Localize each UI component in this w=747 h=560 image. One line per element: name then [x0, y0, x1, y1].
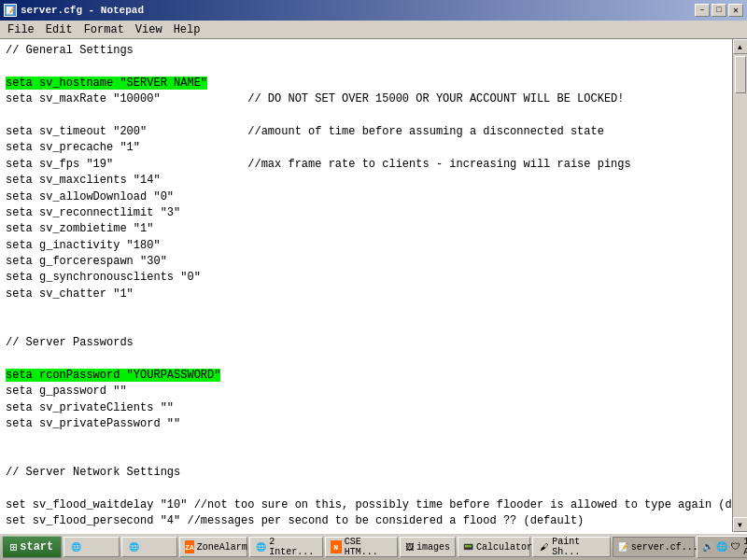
- taskbar-items: 🌐 🌐 ZA ZoneAlarm 🌐 2 Inter... N CSE HTM.…: [63, 537, 695, 557]
- window-controls[interactable]: – □ ✕: [695, 4, 743, 17]
- scroll-track[interactable]: [733, 54, 748, 517]
- titlebar: 📝 server.cfg - Notepad – □ ✕: [0, 0, 747, 21]
- vertical-scrollbar[interactable]: ▲ ▼: [732, 39, 747, 532]
- ie-icon-1: 🌐: [69, 540, 82, 553]
- start-icon: ⊞: [10, 540, 17, 554]
- scroll-down-button[interactable]: ▼: [733, 517, 748, 532]
- menu-file[interactable]: File: [2, 21, 40, 38]
- menu-help[interactable]: Help: [168, 21, 206, 38]
- cse-icon: N: [331, 540, 342, 553]
- taskbar-item-paint[interactable]: 🖌 Paint Sh...: [532, 537, 610, 557]
- scroll-up-button[interactable]: ▲: [733, 39, 748, 54]
- zonealarm-label: ZoneAlarm: [197, 542, 247, 553]
- paint-label: Paint Sh...: [552, 537, 604, 557]
- ie-icon-2: 🌐: [127, 540, 140, 553]
- taskbar-item-ie2[interactable]: 🌐: [121, 537, 177, 557]
- taskbar-item-zonealarm[interactable]: ZA ZoneAlarm: [179, 537, 247, 557]
- window-title: server.cfg - Notepad: [21, 5, 144, 16]
- start-button[interactable]: ⊞ start: [2, 536, 62, 558]
- editor-content[interactable]: // General Settings seta sv_hostname "SE…: [0, 39, 732, 532]
- menu-edit[interactable]: Edit: [40, 21, 78, 38]
- notepad-label: server.cf...: [631, 542, 698, 553]
- internet-label: 2 Inter...: [269, 537, 317, 557]
- titlebar-left: 📝 server.cfg - Notepad: [4, 4, 144, 17]
- taskbar-item-internet[interactable]: 🌐 2 Inter...: [249, 537, 322, 557]
- system-tray: 🔊 🌐 🛡 10:01 AM: [697, 536, 747, 558]
- notepad-taskbar-icon: 📝: [618, 540, 628, 553]
- minimize-button[interactable]: –: [695, 4, 710, 17]
- network-icon: 🌐: [715, 539, 727, 554]
- taskbar-item-images[interactable]: 🖼 images: [400, 537, 456, 557]
- maximize-button[interactable]: □: [712, 4, 726, 17]
- internet-icon: 🌐: [255, 540, 266, 553]
- taskbar-item-notepad[interactable]: 📝 server.cf...: [613, 537, 696, 557]
- taskbar-item-calculator[interactable]: 📟 Calculator: [458, 537, 530, 557]
- images-label: images: [416, 542, 450, 553]
- zonealarm-icon: ZA: [185, 540, 194, 553]
- scroll-thumb[interactable]: [735, 56, 746, 93]
- taskbar-item-ie1[interactable]: 🌐: [63, 537, 120, 557]
- speaker-icon: 🔊: [701, 539, 713, 554]
- calculator-icon: 📟: [463, 540, 473, 553]
- images-icon: 🖼: [405, 540, 414, 553]
- cse-label: CSE HTM...: [345, 537, 392, 557]
- calculator-label: Calculator: [476, 542, 532, 553]
- paint-icon: 🖌: [538, 540, 549, 553]
- security-icon: 🛡: [729, 539, 741, 554]
- taskbar-item-cse[interactable]: N CSE HTM...: [325, 537, 398, 557]
- clock: 10:01 AM: [743, 537, 747, 557]
- taskbar: ⊞ start 🌐 🌐 ZA ZoneAlarm 🌐 2 Inter... N …: [0, 532, 747, 560]
- notepad-icon: 📝: [4, 4, 17, 17]
- close-button[interactable]: ✕: [728, 4, 743, 17]
- menu-format[interactable]: Format: [78, 21, 130, 38]
- menubar: File Edit Format View Help: [0, 21, 747, 39]
- start-label: start: [20, 540, 53, 553]
- menu-view[interactable]: View: [130, 21, 168, 38]
- editor-container: // General Settings seta sv_hostname "SE…: [0, 39, 747, 532]
